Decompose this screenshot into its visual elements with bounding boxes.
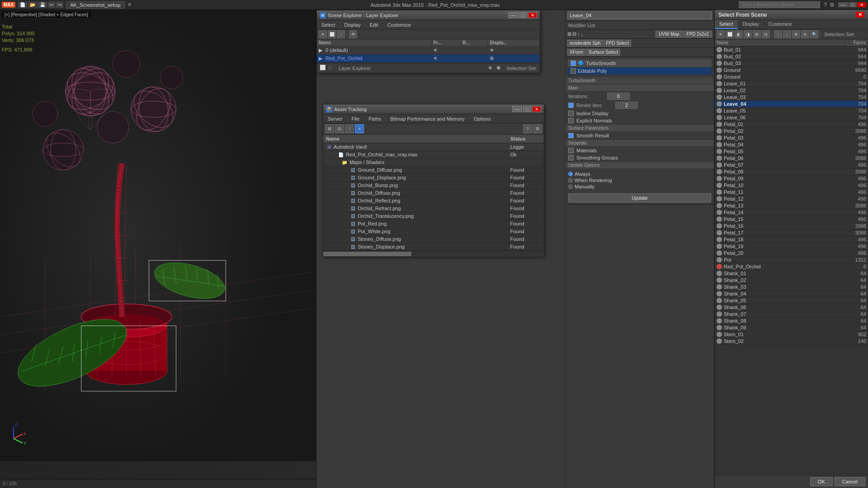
cancel-button[interactable]: Cancel	[835, 477, 865, 486]
iterations-input[interactable]	[607, 93, 630, 100]
modifier-edpoly-item[interactable]: Editable Poly	[568, 67, 712, 75]
asset-row-pot-white[interactable]: 🖼 Pot_White.png Found	[323, 228, 544, 235]
scene-tb-1[interactable]: ✕	[717, 30, 725, 38]
scene-item-leave01[interactable]: Leave_01 704	[715, 80, 868, 87]
scene-tb-4[interactable]: ◨	[744, 30, 752, 38]
asset-row-maps[interactable]: 📁 Maps / Shaders	[323, 159, 544, 166]
materials-checkbox[interactable]	[568, 148, 574, 153]
object-name-input[interactable]	[567, 11, 712, 19]
scene-item-pot[interactable]: Pot 1312	[715, 257, 868, 263]
turbosm-checkbox[interactable]	[571, 61, 576, 66]
uvw-map-btn[interactable]: UVW Map	[656, 31, 683, 38]
asset-scrollbar-track[interactable]	[323, 251, 544, 257]
scene-item-shank04[interactable]: Shank_04 64	[715, 291, 868, 297]
modifier-turbosm-item[interactable]: 🔷 TurboSmooth	[568, 59, 712, 67]
layer-bottom-btn-2[interactable]: □	[329, 65, 336, 72]
scene-item-petal20[interactable]: Petal_20 496	[715, 250, 868, 257]
new-btn[interactable]: 📄	[18, 2, 27, 8]
asset-tb-3[interactable]: ↑	[345, 124, 354, 133]
file-name-tab[interactable]: AK_Screenshot_wrksp	[66, 1, 124, 9]
asset-maximize[interactable]: □	[523, 106, 531, 112]
layer-explorer-close[interactable]: ✕	[528, 12, 537, 18]
scene-item-shank08[interactable]: Shank_08 64	[715, 318, 868, 324]
explicit-normals-checkbox[interactable]	[568, 118, 574, 123]
le-tb-btn-3[interactable]: ↑	[337, 30, 345, 38]
mod-tb-btn-2[interactable]: ⊟	[572, 31, 576, 37]
asset-tb-5[interactable]: ?	[523, 124, 532, 133]
manually-radio[interactable]	[568, 184, 573, 189]
scene-item-petal07[interactable]: Petal_07 496	[715, 162, 868, 169]
tab-display[interactable]: Display	[738, 20, 764, 29]
always-radio[interactable]	[568, 172, 573, 176]
scene-item-shank06[interactable]: Shank_06 64	[715, 304, 868, 311]
scene-item-petal02[interactable]: Petal_02 3088	[715, 128, 868, 135]
layer-bottom-btn-1[interactable]: ⬜	[320, 65, 327, 72]
asset-table-container[interactable]: Name Status 🏛 Autodesk Vault	[323, 135, 544, 251]
render-iters-input[interactable]	[615, 102, 638, 109]
scene-item-petal08[interactable]: Petal_08 3088	[715, 169, 868, 175]
asset-row-stones-diff[interactable]: 🖼 Stones_Diffuse.png Found	[323, 235, 544, 243]
manually-radio-row[interactable]: Manually	[568, 183, 711, 190]
le-tb-btn-1[interactable]: ✕	[319, 30, 327, 38]
scene-item-petal03[interactable]: Petal_03 496	[715, 135, 868, 141]
scene-panel-close[interactable]: ✕	[856, 12, 864, 18]
asset-row-vault[interactable]: 🏛 Autodesk Vault Logge	[323, 143, 544, 151]
scene-tb-9[interactable]: ⊕	[792, 30, 800, 38]
scene-item-petal05[interactable]: Petal_05 496	[715, 148, 868, 155]
asset-scrollbar-thumb[interactable]	[323, 252, 411, 256]
scene-item-leave05[interactable]: Leave_05 704	[715, 108, 868, 114]
when-rendering-radio-row[interactable]: When Rendering	[568, 177, 711, 183]
scene-tb-8[interactable]: ↓	[783, 30, 791, 38]
scene-item-leave04[interactable]: Leave_04 704	[715, 101, 868, 108]
scene-tb-7[interactable]: ↑	[774, 30, 782, 38]
minimize-btn[interactable]: —	[838, 2, 848, 7]
save-btn[interactable]: 💾	[38, 2, 47, 8]
layer-explorer-minimize[interactable]: —	[508, 12, 518, 18]
scene-item-ground2[interactable]: Ground 0	[715, 74, 868, 80]
isoline-checkbox[interactable]	[568, 111, 574, 116]
asset-minimize[interactable]: —	[512, 106, 522, 112]
always-radio-row[interactable]: Always	[568, 171, 711, 177]
asset-tb-4[interactable]: ≡	[355, 124, 364, 133]
scene-item-petal13[interactable]: Petal_13 3088	[715, 202, 868, 209]
open-btn[interactable]: 📂	[28, 2, 37, 8]
scene-item-bud03[interactable]: Bud_03 944	[715, 60, 868, 67]
update-button[interactable]: Update	[568, 193, 711, 202]
asset-row-stones-disp[interactable]: 🖼 Stones_Displace.png Found	[323, 243, 544, 251]
settings-icon[interactable]: ⚙	[829, 2, 835, 8]
scene-item-petal19[interactable]: Petal_19 496	[715, 243, 868, 250]
tab-customize[interactable]: Customize	[764, 20, 797, 29]
asset-row-orchid-bump[interactable]: 🖼 Orchid_Bump.png Found	[323, 182, 544, 189]
scene-item-petal15[interactable]: Petal_15 496	[715, 216, 868, 223]
viewport[interactable]: [+] [Perspective] [Shaded + Edged Faces]…	[0, 10, 316, 488]
asset-tb-1[interactable]: ⊞	[325, 124, 334, 133]
asset-close[interactable]: ✕	[532, 106, 541, 112]
close-app-btn[interactable]: ✕	[857, 2, 866, 7]
scene-item-petal11[interactable]: Petal_11 496	[715, 189, 868, 196]
scene-item-leave02[interactable]: Leave_02 704	[715, 87, 868, 94]
menu-edit[interactable]: Edit	[368, 22, 380, 28]
xform-btn[interactable]: XForm	[567, 49, 585, 56]
redo-btn[interactable]: ↪	[56, 2, 63, 8]
close-file-btn[interactable]: ✕	[127, 2, 132, 8]
asset-row-pot-red[interactable]: 🖼 Pot_Red.png Found	[323, 220, 544, 228]
asset-row-orchid-trans[interactable]: 🖼 Orchid_Translucency.png Found	[323, 212, 544, 220]
scene-item-petal18[interactable]: Petal_18 496	[715, 236, 868, 243]
scene-tb-3[interactable]: ◧	[735, 30, 743, 38]
asset-menu-server[interactable]: Server	[326, 116, 344, 122]
scene-item-petal09[interactable]: Petal_09 496	[715, 175, 868, 182]
layer-sel-btn-2[interactable]: ◉	[496, 65, 504, 72]
smooth-result-checkbox[interactable]	[568, 133, 574, 138]
asset-row-orchid-diff[interactable]: 🖼 Orchid_Diffuse.png Found	[323, 189, 544, 197]
asset-row-ground-diff[interactable]: 🖼 Ground_Diffuse.png Found	[323, 166, 544, 174]
undo-btn[interactable]: ↩	[48, 2, 55, 8]
scene-tb-2[interactable]: ⬜	[726, 30, 734, 38]
menu-display[interactable]: Display	[343, 22, 363, 28]
scene-item-stem01[interactable]: Stem_01 902	[715, 331, 868, 338]
render-iters-checkbox[interactable]	[568, 103, 574, 108]
mod-tb-btn-4[interactable]: ↓	[581, 32, 584, 37]
scene-item-shank05[interactable]: Shank_05 64	[715, 297, 868, 304]
search-input[interactable]	[739, 1, 820, 8]
asset-tb-2[interactable]: ⊟	[335, 124, 344, 133]
asset-panel-scrollbar[interactable]	[323, 251, 544, 256]
